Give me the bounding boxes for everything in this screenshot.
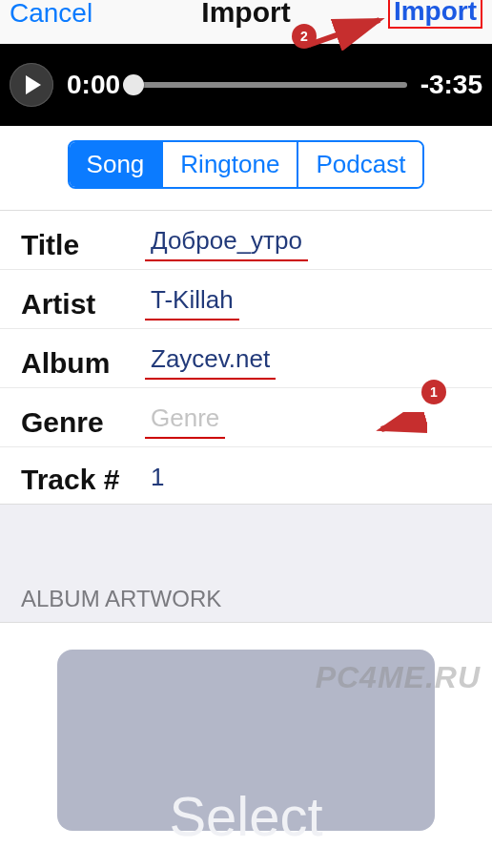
album-input[interactable]: Zaycev.net (145, 342, 276, 380)
current-time: 0:00 (67, 70, 120, 100)
genre-label: Genre (21, 406, 145, 439)
track-label: Track # (21, 464, 145, 496)
import-button[interactable]: Import (388, 0, 482, 29)
scrubber-thumb[interactable] (123, 74, 144, 95)
segment-podcast[interactable]: Podcast (298, 142, 422, 187)
track-input[interactable]: 1 (145, 461, 170, 496)
play-icon (26, 75, 41, 94)
cancel-button[interactable]: Cancel (10, 0, 92, 27)
artwork-header: ALBUM ARTWORK (0, 586, 492, 622)
row-track: Track # 1 (0, 447, 492, 504)
album-label: Album (21, 347, 145, 380)
select-artwork-button[interactable]: Select (57, 650, 435, 831)
title-label: Title (21, 229, 145, 261)
scrubber-track[interactable] (133, 82, 407, 88)
page-title: Import (201, 0, 290, 27)
title-input[interactable]: Доброе_утро (145, 224, 308, 261)
select-artwork-label: Select (169, 784, 322, 848)
artwork-area: Select (0, 622, 492, 831)
row-album: Album Zaycev.net (0, 329, 492, 388)
metadata-form: Title Доброе_утро Artist T-Killah Album … (0, 210, 492, 504)
play-button[interactable] (10, 63, 53, 107)
section-gap (0, 504, 492, 586)
row-artist: Artist T-Killah (0, 270, 492, 329)
remaining-time: -3:35 (420, 70, 482, 100)
navbar: Cancel Import Import (0, 0, 492, 44)
type-segmented-control: Song Ringtone Podcast (0, 126, 492, 210)
segment-song[interactable]: Song (70, 142, 164, 187)
artist-input[interactable]: T-Killah (145, 283, 239, 320)
artist-label: Artist (21, 288, 145, 320)
segment-ringtone[interactable]: Ringtone (163, 142, 298, 187)
row-title: Title Доброе_утро (0, 211, 492, 270)
row-genre: Genre Genre (0, 388, 492, 447)
genre-input[interactable]: Genre (145, 402, 225, 439)
audio-player: 0:00 -3:35 (0, 44, 492, 126)
